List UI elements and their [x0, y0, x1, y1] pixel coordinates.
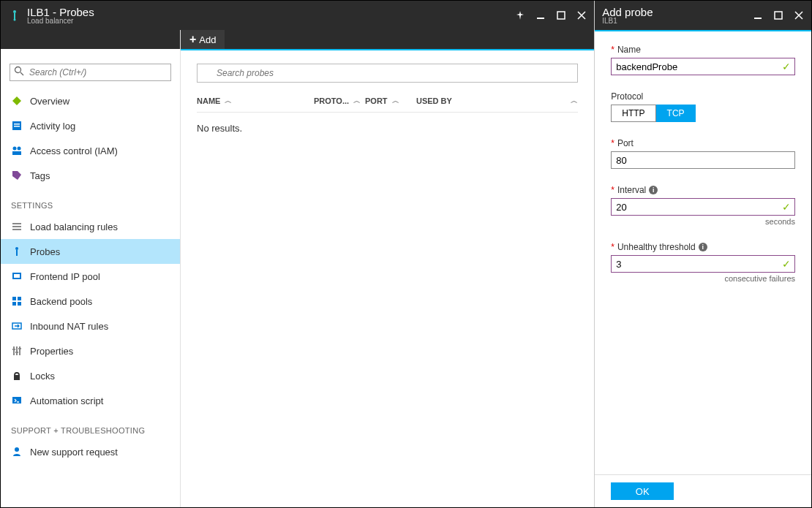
maximize-icon[interactable]: [773, 10, 783, 20]
sidebar-item-probes[interactable]: Probes: [1, 239, 180, 264]
svg-point-16: [15, 247, 18, 250]
iam-icon: [11, 145, 23, 156]
blade-footer: OK: [595, 474, 811, 507]
close-icon[interactable]: [794, 10, 804, 20]
maximize-icon[interactable]: [556, 10, 566, 20]
svg-rect-4: [557, 12, 565, 19]
sort-icon: ︿: [571, 96, 578, 106]
interval-input[interactable]: [611, 198, 795, 216]
svg-rect-9: [14, 126, 20, 127]
protocol-tcp-button[interactable]: TCP: [656, 105, 696, 122]
svg-rect-12: [12, 151, 21, 155]
sort-icon: ︿: [225, 96, 232, 106]
svg-point-33: [15, 447, 19, 452]
port-input[interactable]: [611, 151, 795, 169]
svg-rect-29: [15, 352, 18, 353]
sidebar-item-tags[interactable]: Tags: [1, 163, 180, 188]
svg-point-5: [15, 67, 21, 73]
svg-rect-23: [18, 302, 21, 306]
sidebar-item-label: Inbound NAT rules: [30, 321, 108, 332]
lock-icon: [11, 370, 23, 382]
sidebar-item-locks[interactable]: Locks: [1, 363, 180, 388]
column-protocol[interactable]: PROTO...︿: [314, 96, 365, 106]
minimize-icon[interactable]: [753, 10, 763, 20]
info-icon[interactable]: i: [699, 243, 707, 251]
sidebar-item-automation[interactable]: Automation script: [1, 388, 180, 413]
svg-rect-36: [754, 18, 762, 19]
svg-rect-37: [775, 12, 782, 19]
sort-icon: ︿: [353, 96, 361, 106]
overview-icon: [11, 95, 23, 107]
nat-icon: [11, 320, 23, 332]
svg-rect-25: [13, 346, 15, 355]
add-button[interactable]: + Add: [181, 30, 225, 49]
probes-icon: [11, 246, 23, 257]
name-label: Name: [617, 45, 641, 55]
sidebar-item-label: Locks: [30, 371, 55, 382]
sidebar-item-lb-rules[interactable]: Load balancing rules: [1, 214, 180, 239]
blade-header: ILB1 - Probes Load balancer: [1, 1, 594, 30]
name-input[interactable]: [611, 58, 795, 75]
backend-icon: [11, 295, 23, 307]
sidebar-item-frontend-ip[interactable]: Frontend IP pool: [1, 264, 180, 289]
frontend-icon: [11, 270, 23, 282]
svg-rect-32: [12, 397, 21, 403]
sidebar-item-label: Activity log: [30, 121, 75, 132]
svg-rect-21: [18, 297, 21, 300]
rules-icon: [11, 221, 23, 232]
toolbar: + Add: [181, 30, 594, 49]
column-name[interactable]: NAME︿: [197, 96, 314, 106]
svg-rect-27: [19, 346, 20, 355]
sidebar-item-label: Frontend IP pool: [30, 271, 100, 282]
svg-rect-14: [12, 226, 21, 227]
sidebar-item-backend-pools[interactable]: Backend pools: [1, 289, 180, 314]
svg-point-0: [13, 10, 16, 13]
sidebar-item-support-request[interactable]: New support request: [1, 439, 180, 464]
sidebar-item-label: New support request: [30, 447, 118, 458]
ok-button[interactable]: OK: [611, 482, 674, 500]
protocol-http-button[interactable]: HTTP: [611, 105, 655, 122]
plus-icon: +: [189, 33, 196, 46]
svg-rect-30: [18, 348, 21, 349]
threshold-input[interactable]: [611, 255, 795, 273]
svg-line-6: [20, 72, 23, 75]
sidebar-item-properties[interactable]: Properties: [1, 338, 180, 363]
svg-rect-13: [12, 223, 21, 224]
activity-log-icon: [11, 120, 23, 132]
sidebar-item-label: Tags: [30, 170, 50, 181]
sidebar-item-label: Properties: [30, 346, 73, 357]
blade-add-probe: Add probe ILB1 *Name ✓ Protocol HTTP: [595, 1, 811, 507]
valid-check-icon: ✓: [782, 201, 791, 213]
blade-subtitle: Load balancer: [27, 17, 515, 25]
blade-probes: ILB1 - Probes Load balancer: [1, 1, 595, 507]
tags-icon: [11, 170, 23, 181]
probes-search-input[interactable]: [197, 64, 578, 83]
support-icon: [11, 446, 23, 458]
sidebar-item-label: Backend pools: [30, 296, 92, 307]
minimize-icon[interactable]: [535, 10, 546, 20]
column-port[interactable]: PORT︿: [365, 96, 416, 106]
column-used-by[interactable]: USED BY︿: [416, 96, 578, 106]
pin-icon[interactable]: [515, 10, 525, 20]
svg-rect-15: [12, 229, 21, 230]
sidebar-section-support: SUPPORT + TROUBLESHOOTING: [1, 413, 180, 439]
table-header: NAME︿ PROTO...︿ PORT︿ USED BY︿: [197, 90, 578, 113]
threshold-label: Unhealthy threshold: [617, 242, 696, 252]
protocol-toggle: HTTP TCP: [611, 105, 795, 122]
automation-icon: [11, 395, 23, 406]
svg-rect-20: [12, 297, 16, 300]
sidebar-item-activity-log[interactable]: Activity log: [1, 113, 180, 138]
close-icon[interactable]: [576, 10, 587, 20]
sidebar-search-input[interactable]: [10, 64, 171, 81]
svg-point-11: [18, 147, 21, 151]
sidebar-item-overview[interactable]: Overview: [1, 88, 180, 113]
sidebar-item-label: Access control (IAM): [30, 145, 118, 156]
main-panel: + Add NAME︿ PROTO...︿ PORT︿: [181, 30, 594, 507]
svg-rect-19: [14, 274, 20, 278]
sidebar-item-inbound-nat[interactable]: Inbound NAT rules: [1, 314, 180, 338]
valid-check-icon: ✓: [782, 258, 791, 270]
sidebar-item-access-control[interactable]: Access control (IAM): [1, 138, 180, 163]
interval-label: Interval: [617, 185, 646, 195]
info-icon[interactable]: i: [649, 186, 658, 194]
svg-rect-28: [12, 349, 15, 350]
